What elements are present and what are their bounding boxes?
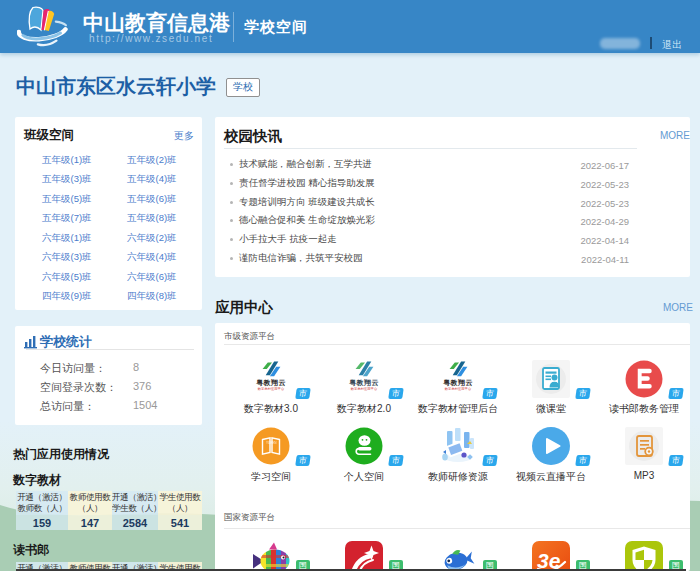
- svg-text:粤教翔云: 粤教翔云: [348, 378, 379, 387]
- svg-text:YUREN: YUREN: [266, 441, 277, 445]
- svg-text:粤教翔云: 粤教翔云: [255, 378, 286, 387]
- svg-text:数字教材应用平台: 数字教材应用平台: [350, 387, 377, 391]
- svg-text:数字教材应用平台: 数字教材应用平台: [257, 387, 284, 391]
- svg-text:数字教材应用平台: 数字教材应用平台: [444, 387, 471, 391]
- svg-text:粤教翔云: 粤教翔云: [442, 378, 473, 387]
